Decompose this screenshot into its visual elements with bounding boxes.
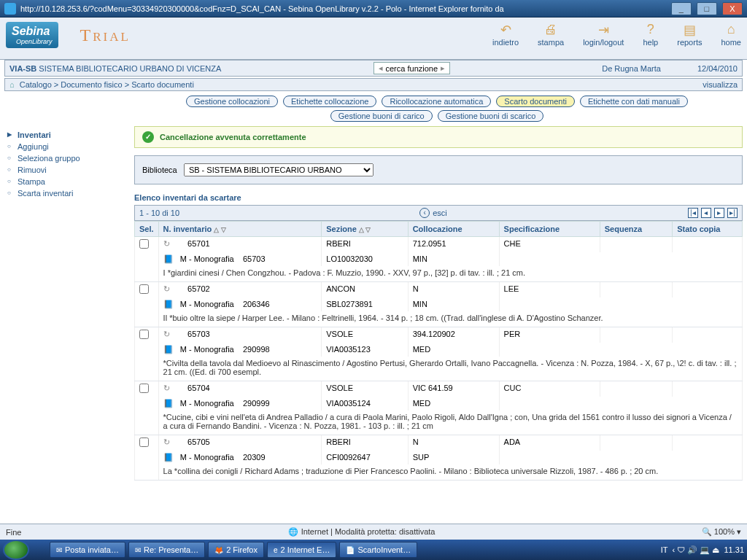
book-icon: 📘 — [163, 399, 174, 408]
success-message: ✓ Cancellazione avvenuta correttamente — [134, 126, 743, 148]
side-rimuovi[interactable]: Rimuovi — [7, 164, 128, 176]
esci-link[interactable]: ‹esci — [419, 208, 447, 218]
taskbar-ie[interactable]: e 2 Internet E… — [267, 542, 336, 558]
reports-button[interactable]: ▤reports — [677, 22, 702, 47]
door-icon: ⇥ — [583, 22, 624, 38]
taskbar-doc[interactable]: 📄 ScartoInvent… — [339, 542, 417, 558]
side-stampa[interactable]: Stampa — [7, 176, 128, 187]
col-sequenza[interactable]: Sequenza — [600, 222, 672, 237]
question-icon: ? — [643, 22, 658, 38]
side-seleziona-gruppo[interactable]: Seleziona gruppo — [7, 152, 128, 164]
side-aggiungi[interactable]: Aggiungi — [7, 141, 128, 152]
action-tabs: Gestione collocazioni Etichette collocaz… — [0, 91, 747, 125]
side-nav: Inventari Aggiungi Seleziona gruppo Rimu… — [4, 126, 128, 481]
refresh-icon[interactable]: ↻ — [163, 438, 170, 446]
book-icon: 📘 — [163, 254, 174, 263]
table-row-desc: *Cucine, cibi e vini nell'eta di Andrea … — [135, 411, 743, 435]
book-icon: 📘 — [163, 300, 174, 308]
side-scarta-inventari[interactable]: Scarta inventari — [7, 187, 128, 199]
col-collocazione[interactable]: Collocazione — [408, 222, 499, 237]
visualizza-link[interactable]: visualizza — [703, 80, 738, 89]
home-button[interactable]: ⌂home — [721, 22, 741, 47]
globe-icon: 🌐 — [288, 527, 298, 536]
col-sezione[interactable]: Sezione △ ▽ — [322, 222, 408, 237]
table-row: ↻ 65705 RBERINADA — [135, 435, 743, 451]
browser-statusbar: Fine 🌐Internet | Modalità protetta: disa… — [0, 524, 747, 540]
prev-page-button[interactable]: ◂ — [701, 208, 711, 218]
library-selector-box: Biblioteca SB - SISTEMA BIBLIOTECARIO UR… — [134, 155, 743, 184]
table-row-detail: 📘 M - Monografia 65703 LO10032030MIN — [135, 252, 743, 266]
start-button[interactable] — [3, 540, 29, 560]
row-checkbox[interactable] — [139, 239, 149, 249]
table-row-desc: La *collina dei conigli / Richard Adams … — [135, 464, 743, 481]
search-function[interactable]: ◂cerca funzione▸ — [374, 62, 451, 74]
home-icon: ⌂ — [721, 22, 741, 38]
maximize-button[interactable]: □ — [697, 2, 717, 15]
tray-clock: 11.31 — [724, 545, 744, 554]
back-button[interactable]: ↶indietro — [492, 22, 519, 47]
system-code: VIA-SB — [9, 64, 36, 73]
pill-gestione-collocazioni[interactable]: Gestione collocazioni — [186, 96, 278, 107]
windows-taskbar: ✉ Posta inviata… ✉ Re: Presenta… 🦊 2 Fir… — [0, 540, 747, 560]
table-row: ↻ 65704 VSOLEVIC 641.59CUC — [135, 381, 743, 397]
table-row-desc: I *giardini cinesi / Chen Congzhou. - Pa… — [135, 266, 743, 282]
book-icon: 📘 — [163, 453, 174, 462]
pill-gestione-buoni-carico[interactable]: Gestione buoni di carico — [330, 110, 433, 122]
bc-level-2[interactable]: Documento fisico — [61, 80, 122, 89]
tray-lang[interactable]: IT — [661, 545, 668, 554]
col-stato[interactable]: Stato copia — [673, 222, 743, 237]
row-checkbox[interactable] — [139, 330, 149, 339]
row-checkbox[interactable] — [139, 284, 149, 294]
refresh-icon[interactable]: ↻ — [163, 284, 170, 293]
status-fine: Fine — [6, 528, 21, 537]
col-specificazione[interactable]: Specificazione — [499, 222, 600, 237]
report-icon: ▤ — [677, 22, 702, 38]
home-icon[interactable]: ⌂ — [9, 80, 15, 89]
app-logo: SebinaOpenLibrary — [6, 22, 58, 48]
biblioteca-select[interactable]: SB - SISTEMA BIBLIOTECARIO URBANO — [184, 163, 374, 176]
col-sel: Sel. — [135, 222, 159, 237]
row-checkbox[interactable] — [139, 384, 149, 393]
table-row-detail: 📘 M - Monografia 290999 VIA0035124MED — [135, 397, 743, 411]
pill-etichette-dati-manuali[interactable]: Etichette con dati manuali — [580, 96, 688, 107]
row-checkbox[interactable] — [139, 438, 149, 447]
pill-etichette-collocazione[interactable]: Etichette collocazione — [283, 96, 376, 107]
status-net: Internet | Modalità protetta: disattivat… — [301, 527, 436, 536]
pager-bar: 1 - 10 di 10 ‹esci |◂ ◂ ▸ ▸| — [134, 205, 743, 221]
close-button[interactable]: X — [722, 2, 743, 15]
table-row-desc: *Civilta della tavola dal Medioevo al Ri… — [135, 357, 743, 381]
table-row: ↻ 65703 VSOLE394.120902PER — [135, 327, 743, 343]
tray-icons[interactable]: ‹ 🛡 🔊 💻 ⏏ — [673, 545, 720, 555]
refresh-icon[interactable]: ↻ — [163, 330, 170, 338]
back-icon: ↶ — [492, 22, 519, 38]
app-toolbar: SebinaOpenLibrary Trial ↶indietro 🖨stamp… — [0, 18, 747, 60]
refresh-icon[interactable]: ↻ — [163, 384, 170, 392]
biblioteca-label: Biblioteca — [142, 166, 177, 174]
next-page-button[interactable]: ▸ — [714, 208, 724, 218]
taskbar-mail2[interactable]: ✉ Re: Presenta… — [128, 542, 205, 558]
pill-scarto-documenti[interactable]: Scarto documenti — [496, 96, 575, 107]
system-tray: IT ‹ 🛡 🔊 💻 ⏏ 11.31 — [661, 545, 744, 555]
help-button[interactable]: ?help — [643, 22, 658, 47]
side-inventari[interactable]: Inventari — [7, 129, 128, 141]
window-titlebar: http://10.128.253.6/?codMenu=30334920300… — [0, 0, 747, 18]
first-page-button[interactable]: |◂ — [688, 208, 698, 218]
table-row-detail: 📘 M - Monografia 290998 VIA0035123MED — [135, 343, 743, 357]
book-icon: 📘 — [163, 345, 174, 354]
table-row-detail: 📘 M - Monografia 20309 CFI0092647SUP — [135, 451, 743, 464]
table-row: ↻ 65701 RBERI712.0951CHE — [135, 237, 743, 253]
taskbar-outlook[interactable]: ✉ Posta inviata… — [50, 542, 125, 558]
zoom-label[interactable]: 🔍 100% — [702, 527, 735, 536]
last-page-button[interactable]: ▸| — [727, 208, 738, 218]
refresh-icon[interactable]: ↻ — [163, 239, 170, 248]
printer-icon: 🖨 — [538, 22, 564, 38]
pill-ricollocazione-automatica[interactable]: Ricollocazione automatica — [382, 96, 491, 107]
login-button[interactable]: ⇥login/logout — [583, 22, 624, 47]
col-ninventario[interactable]: N. inventario △ ▽ — [158, 222, 322, 237]
pill-gestione-buoni-scarico[interactable]: Gestione buoni di scarico — [438, 110, 544, 122]
print-button[interactable]: 🖨stampa — [538, 22, 564, 47]
bc-level-1[interactable]: Catalogo — [20, 80, 52, 89]
minimize-button[interactable]: _ — [671, 2, 692, 15]
taskbar-firefox[interactable]: 🦊 2 Firefox — [208, 542, 264, 558]
table-row-desc: Il *buio oltre la siepe / Harper Lee. - … — [135, 311, 743, 327]
